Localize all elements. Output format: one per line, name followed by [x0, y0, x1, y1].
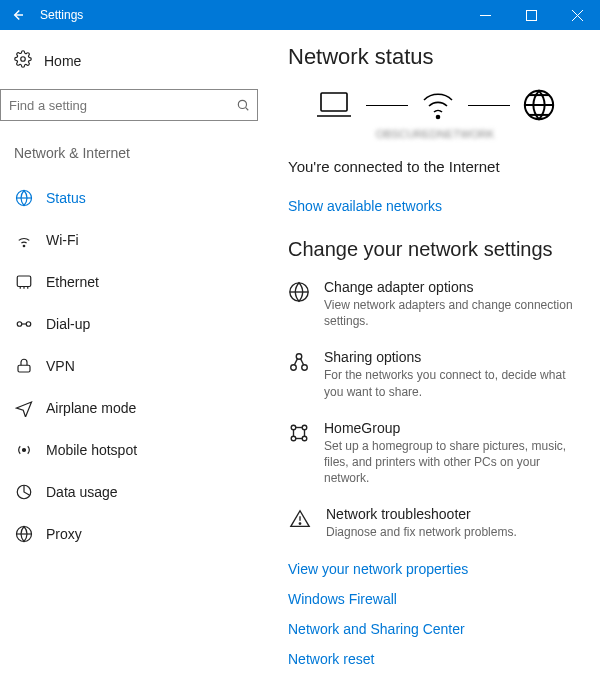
show-available-networks-link[interactable]: Show available networks [288, 198, 442, 214]
sidebar-item-label: Mobile hotspot [46, 442, 137, 458]
link-network-reset[interactable]: Network reset [288, 651, 582, 667]
internet-globe-icon [522, 88, 556, 122]
ethernet-icon [14, 273, 34, 291]
sidebar-item-hotspot[interactable]: Mobile hotspot [0, 429, 270, 471]
sidebar-item-airplane[interactable]: Airplane mode [0, 387, 270, 429]
sidebar-item-label: Proxy [46, 526, 82, 542]
option-sharing[interactable]: Sharing options For the networks you con… [288, 349, 582, 399]
sidebar-item-status[interactable]: Status [0, 177, 270, 219]
minimize-button[interactable] [462, 0, 508, 30]
sidebar: Home Network & Internet Status Wi-Fi [0, 30, 270, 700]
svg-rect-2 [526, 10, 536, 20]
search-input[interactable] [0, 89, 258, 121]
window-title: Settings [40, 8, 83, 22]
svg-line-36 [300, 359, 303, 365]
svg-point-5 [21, 57, 26, 62]
laptop-icon [314, 90, 354, 120]
svg-point-34 [302, 365, 308, 371]
search-icon [236, 89, 250, 121]
sidebar-item-dialup[interactable]: Dial-up [0, 303, 270, 345]
connection-status: You're connected to the Internet [288, 158, 582, 175]
maximize-button[interactable] [508, 0, 554, 30]
dialup-icon [14, 315, 34, 333]
warning-triangle-icon [288, 506, 312, 540]
page-title: Network status [288, 44, 582, 70]
svg-point-39 [291, 436, 296, 441]
option-homegroup[interactable]: HomeGroup Set up a homegroup to share pi… [288, 420, 582, 487]
svg-point-25 [437, 116, 440, 119]
option-title: Sharing options [324, 349, 582, 365]
sharing-icon [288, 349, 310, 399]
sidebar-item-datausage[interactable]: Data usage [0, 471, 270, 513]
back-button[interactable] [8, 6, 26, 24]
sidebar-item-label: VPN [46, 358, 75, 374]
wifi-icon [14, 231, 34, 249]
svg-point-16 [26, 322, 31, 327]
link-view-properties[interactable]: View your network properties [288, 561, 582, 577]
svg-line-35 [294, 359, 297, 365]
svg-line-7 [246, 108, 249, 111]
change-settings-heading: Change your network settings [288, 238, 582, 261]
svg-rect-23 [321, 93, 347, 111]
sidebar-item-vpn[interactable]: VPN [0, 345, 270, 387]
sidebar-item-label: Ethernet [46, 274, 99, 290]
option-change-adapter[interactable]: Change adapter options View network adap… [288, 279, 582, 329]
svg-rect-11 [17, 276, 31, 287]
option-title: HomeGroup [324, 420, 582, 436]
sidebar-item-proxy[interactable]: Proxy [0, 513, 270, 555]
svg-point-40 [302, 436, 307, 441]
connection-line [366, 105, 408, 106]
link-network-sharing-center[interactable]: Network and Sharing Center [288, 621, 582, 637]
sidebar-group: Network & Internet [0, 131, 270, 177]
close-button[interactable] [554, 0, 600, 30]
option-desc: View network adapters and change connect… [324, 297, 582, 329]
option-title: Network troubleshooter [326, 506, 517, 522]
svg-point-15 [17, 322, 22, 327]
sidebar-item-label: Data usage [46, 484, 118, 500]
globe-icon [14, 189, 34, 207]
svg-rect-18 [18, 365, 30, 372]
sidebar-item-wifi[interactable]: Wi-Fi [0, 219, 270, 261]
svg-point-6 [238, 100, 246, 108]
option-desc: Diagnose and fix network problems. [326, 524, 517, 540]
home-label: Home [44, 53, 81, 69]
adapter-icon [288, 279, 310, 329]
hotspot-icon [14, 441, 34, 459]
network-diagram [288, 88, 582, 122]
svg-point-37 [291, 425, 296, 430]
network-name: OBSCUREDNETWORK [288, 128, 582, 140]
gear-icon [14, 50, 32, 71]
option-desc: Set up a homegroup to share pictures, mu… [324, 438, 582, 487]
homegroup-icon [288, 420, 310, 487]
wifi-router-icon [420, 90, 456, 120]
connection-line [468, 105, 510, 106]
svg-point-38 [302, 425, 307, 430]
option-desc: For the networks you connect to, decide … [324, 367, 582, 399]
proxy-icon [14, 525, 34, 543]
data-usage-icon [14, 483, 34, 501]
svg-point-10 [23, 245, 25, 247]
sidebar-item-ethernet[interactable]: Ethernet [0, 261, 270, 303]
airplane-icon [14, 399, 34, 417]
link-windows-firewall[interactable]: Windows Firewall [288, 591, 582, 607]
home-link[interactable]: Home [0, 42, 270, 79]
title-bar: Settings [0, 0, 600, 30]
vpn-icon [14, 357, 34, 375]
svg-point-19 [23, 449, 26, 452]
sidebar-item-label: Dial-up [46, 316, 90, 332]
svg-point-46 [299, 523, 300, 524]
option-troubleshoot[interactable]: Network troubleshooter Diagnose and fix … [288, 506, 582, 540]
sidebar-item-label: Airplane mode [46, 400, 136, 416]
svg-point-33 [291, 365, 297, 371]
sidebar-item-label: Wi-Fi [46, 232, 79, 248]
main-content: Network status OBSCUREDNETWORK You're co… [270, 30, 600, 700]
sidebar-item-label: Status [46, 190, 86, 206]
option-title: Change adapter options [324, 279, 582, 295]
